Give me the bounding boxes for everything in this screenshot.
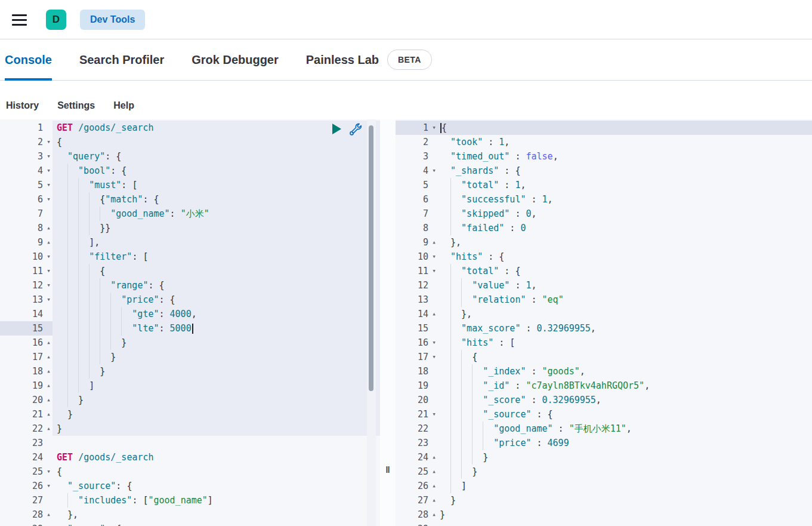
fold-end-icon[interactable]: ▴ <box>428 479 438 493</box>
code-line[interactable]: 3▾"query": { <box>0 149 380 164</box>
console-menu-settings[interactable]: Settings <box>57 100 95 111</box>
fold-open-icon[interactable]: ▾ <box>428 164 438 178</box>
fold-open-icon[interactable]: ▾ <box>428 121 438 135</box>
code-line[interactable]: 11▾"total" : { <box>396 264 812 278</box>
fold-end-icon[interactable]: ▴ <box>43 364 53 379</box>
fold-open-icon[interactable]: ▾ <box>43 164 53 178</box>
code-line[interactable]: 15"lte": 5000 <box>0 321 380 336</box>
code-line[interactable]: 11▾{ <box>0 264 380 278</box>
code-line[interactable]: 24▴} <box>396 450 812 465</box>
code-line[interactable]: 13"relation" : "eq" <box>396 293 812 307</box>
fold-open-icon[interactable]: ▾ <box>428 350 438 364</box>
code-line[interactable]: 2▾{ <box>0 135 380 149</box>
code-line[interactable]: 10▾"hits" : { <box>396 250 812 264</box>
code-line[interactable]: 19▴] <box>0 379 380 393</box>
code-line[interactable]: 22"good_name" : "手机小米11", <box>396 422 812 436</box>
app-logo[interactable]: D <box>46 10 66 30</box>
code-line[interactable]: 18▴} <box>0 364 380 379</box>
code-line[interactable]: 21▴} <box>0 407 380 422</box>
fold-open-icon[interactable]: ▾ <box>43 264 53 278</box>
fold-open-icon[interactable]: ▾ <box>43 135 53 149</box>
code-line[interactable]: 25▴} <box>396 465 812 479</box>
code-line[interactable]: 7"good_name": "小米" <box>0 207 380 221</box>
code-line[interactable]: 26▾"_source": { <box>0 479 380 493</box>
fold-end-icon[interactable]: ▴ <box>43 221 53 235</box>
code-line[interactable]: 16▾"hits" : [ <box>396 336 812 350</box>
code-line[interactable]: 4▾"_shards" : { <box>396 164 812 178</box>
code-line[interactable]: 12▾"range": { <box>0 278 380 293</box>
code-line[interactable]: 1GET /goods/_search <box>0 121 380 135</box>
fold-end-icon[interactable]: ▴ <box>43 393 53 407</box>
fold-end-icon[interactable]: ▴ <box>428 493 438 507</box>
code-line[interactable]: 23"price" : 4699 <box>396 436 812 450</box>
wrench-icon[interactable] <box>349 122 362 136</box>
code-line[interactable]: 24GET /goods/_search <box>0 450 380 465</box>
fold-open-icon[interactable]: ▾ <box>43 278 53 293</box>
code-line[interactable]: 17▾{ <box>396 350 812 364</box>
fold-end-icon[interactable]: ▴ <box>43 507 53 522</box>
fold-open-icon[interactable]: ▾ <box>43 149 53 164</box>
code-line[interactable]: 21▾"_source" : { <box>396 407 812 422</box>
code-line[interactable]: 12"value" : 1, <box>396 278 812 293</box>
code-line[interactable]: 5▾"must": [ <box>0 178 380 192</box>
fold-end-icon[interactable]: ▴ <box>428 235 438 250</box>
request-editor-panel[interactable]: 1GET /goods/_search2▾{3▾"query": {4▾"boo… <box>0 119 380 526</box>
code-line[interactable]: 10▾"filter": [ <box>0 250 380 264</box>
fold-end-icon[interactable]: ▴ <box>43 235 53 250</box>
fold-end-icon[interactable]: ▴ <box>43 422 53 436</box>
panel-divider[interactable]: ‖ <box>380 119 396 526</box>
code-line[interactable]: 8"failed" : 0 <box>396 221 812 235</box>
code-line[interactable]: 1▾{ <box>396 121 812 135</box>
scrollbar-track[interactable] <box>367 119 376 526</box>
code-line[interactable]: 20"_score" : 0.32969955, <box>396 393 812 407</box>
code-line[interactable]: 14"gte": 4000, <box>0 307 380 321</box>
code-line[interactable]: 25▾{ <box>0 465 380 479</box>
code-line[interactable]: 3"timed_out" : false, <box>396 149 812 164</box>
fold-open-icon[interactable]: ▾ <box>43 192 53 207</box>
code-line[interactable]: 15"max_score" : 0.32969955, <box>396 321 812 336</box>
fold-end-icon[interactable]: ▴ <box>43 350 53 364</box>
code-line[interactable]: 13▾"price": { <box>0 293 380 307</box>
fold-open-icon[interactable]: ▾ <box>43 293 53 307</box>
breadcrumb-dev-tools[interactable]: Dev Tools <box>80 10 145 30</box>
fold-open-icon[interactable]: ▾ <box>43 178 53 192</box>
code-line[interactable]: 6"successful" : 1, <box>396 192 812 207</box>
console-menu-help[interactable]: Help <box>113 100 134 111</box>
code-line[interactable]: 28▴}, <box>0 507 380 522</box>
fold-open-icon[interactable]: ▾ <box>43 250 53 264</box>
fold-end-icon[interactable]: ▴ <box>43 336 53 350</box>
code-line[interactable]: 9▴}, <box>396 235 812 250</box>
code-line[interactable]: 26▴] <box>396 479 812 493</box>
code-line[interactable]: 28▴} <box>396 507 812 522</box>
code-line[interactable]: 6▾{"match": { <box>0 192 380 207</box>
fold-end-icon[interactable]: ▴ <box>43 407 53 422</box>
code-line[interactable]: 9▴], <box>0 235 380 250</box>
code-line[interactable]: 8▴}} <box>0 221 380 235</box>
code-line[interactable]: 23 <box>0 436 380 450</box>
fold-open-icon[interactable]: ▾ <box>428 407 438 422</box>
fold-open-icon[interactable]: ▾ <box>43 465 53 479</box>
scrollbar-thumb[interactable] <box>369 125 373 391</box>
hamburger-menu-icon[interactable] <box>12 14 27 26</box>
code-line[interactable]: 27▴} <box>396 493 812 507</box>
code-line[interactable]: 18"_index" : "goods", <box>396 364 812 379</box>
code-line[interactable]: 5"total" : 1, <box>396 178 812 192</box>
fold-open-icon[interactable]: ▾ <box>428 336 438 350</box>
tab-search-profiler[interactable]: Search Profiler <box>79 39 164 80</box>
fold-end-icon[interactable]: ▴ <box>428 450 438 465</box>
resize-handle-icon[interactable]: ‖ <box>385 465 390 475</box>
tab-painless-lab[interactable]: Painless LabBETA <box>306 39 432 80</box>
tab-console[interactable]: Console <box>5 39 52 80</box>
fold-end-icon[interactable]: ▴ <box>43 379 53 393</box>
tab-grok-debugger[interactable]: Grok Debugger <box>192 39 279 80</box>
code-line[interactable]: 19"_id" : "c7ayln8BTkv4ahRGQOr5", <box>396 379 812 393</box>
code-line[interactable]: 20▴} <box>0 393 380 407</box>
code-line[interactable]: 29 <box>396 522 812 526</box>
code-line[interactable]: 29"query": { <box>0 522 380 526</box>
code-line[interactable]: 22▴} <box>0 422 380 436</box>
fold-end-icon[interactable]: ▴ <box>428 465 438 479</box>
console-menu-history[interactable]: History <box>6 100 39 111</box>
fold-end-icon[interactable]: ▴ <box>428 307 438 321</box>
fold-open-icon[interactable]: ▾ <box>43 479 53 493</box>
code-line[interactable]: 17▴} <box>0 350 380 364</box>
